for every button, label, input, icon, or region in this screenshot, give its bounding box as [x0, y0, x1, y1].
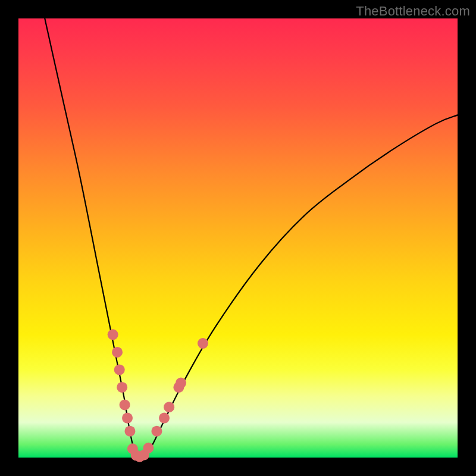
bottleneck-curve — [45, 18, 458, 459]
chart-svg — [18, 18, 458, 458]
data-marker — [198, 338, 208, 349]
data-marker — [151, 426, 162, 437]
data-marker — [108, 329, 118, 340]
data-marker — [120, 399, 130, 410]
data-marker — [112, 347, 123, 358]
data-marker — [124, 426, 135, 437]
data-marker — [122, 413, 133, 424]
marker-group — [108, 329, 208, 462]
data-marker — [117, 382, 127, 393]
data-marker — [176, 378, 186, 389]
watermark-text: TheBottleneck.com — [356, 4, 470, 19]
data-marker — [159, 413, 170, 424]
data-marker — [164, 402, 174, 412]
data-marker — [143, 443, 154, 453]
data-marker — [114, 364, 125, 375]
outer-frame: TheBottleneck.com — [0, 0, 476, 476]
plot-area — [18, 18, 458, 458]
